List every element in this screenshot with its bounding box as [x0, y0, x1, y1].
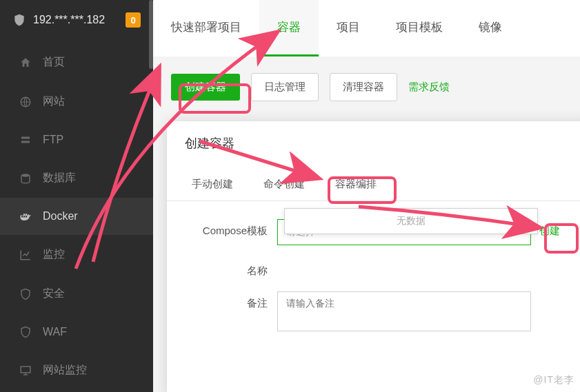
- waf-icon: [19, 326, 32, 338]
- sidebar-nav: 首页 网站 FTP 数据库 Docker 监控 安全 WAF 网站监控: [0, 43, 153, 390]
- compose-label: Compose模板: [167, 219, 277, 238]
- sidebar-item-ftp[interactable]: FTP: [0, 121, 153, 158]
- dialog-tab-compose[interactable]: 容器编排: [320, 168, 392, 200]
- ftp-icon: [19, 134, 32, 146]
- sidebar-item-database[interactable]: 数据库: [0, 158, 153, 198]
- action-row: 创建容器 日志管理 清理容器 需求反馈: [153, 56, 580, 118]
- sidebar-item-label: Docker: [43, 210, 78, 223]
- server-ip: 192.***.***.182: [33, 14, 126, 26]
- compose-dropdown-panel: 无数据: [284, 208, 538, 234]
- database-icon: [19, 172, 32, 185]
- shield-check-icon: [19, 288, 32, 300]
- tab-project[interactable]: 项目: [319, 0, 378, 56]
- create-link[interactable]: 创建: [539, 219, 560, 238]
- chart-icon: [19, 249, 32, 261]
- remark-textarea[interactable]: [277, 291, 531, 331]
- top-tabs: 快速部署项目 容器 项目 项目模板 镜像: [153, 0, 580, 56]
- dialog-tabs: 手动创建 命令创建 容器编排: [167, 168, 580, 201]
- dialog-body: Compose模板 请选择 创建 名称 备注 无数据: [167, 201, 580, 352]
- dialog-tab-command[interactable]: 命令创建: [248, 168, 320, 200]
- tab-container[interactable]: 容器: [259, 0, 319, 56]
- sidebar-item-label: WAF: [43, 326, 67, 338]
- dialog-tab-manual[interactable]: 手动创建: [177, 168, 248, 200]
- monitor-icon: [19, 364, 32, 377]
- sidebar-item-security[interactable]: 安全: [0, 274, 153, 313]
- clean-container-button[interactable]: 清理容器: [330, 73, 397, 101]
- log-manage-button[interactable]: 日志管理: [251, 73, 319, 101]
- tab-template[interactable]: 项目模板: [378, 0, 461, 56]
- tab-quick-deploy[interactable]: 快速部署项目: [153, 0, 259, 56]
- sidebar-item-label: 监控: [43, 247, 65, 262]
- remark-label: 备注: [167, 291, 277, 310]
- name-row: 名称: [167, 259, 580, 278]
- watermark: @IT老李: [533, 374, 574, 386]
- sidebar-item-docker[interactable]: Docker: [0, 198, 153, 235]
- dialog-title: 创建容器: [167, 121, 580, 161]
- sidebar-item-website[interactable]: 网站: [0, 82, 153, 121]
- svg-point-1: [21, 174, 30, 177]
- globe-icon: [19, 96, 32, 108]
- notification-badge[interactable]: 0: [126, 12, 141, 28]
- tab-image[interactable]: 镜像: [461, 0, 520, 56]
- sidebar-item-label: 数据库: [43, 171, 76, 185]
- sidebar: 192.***.***.182 0 首页 网站 FTP 数据库 Docker 监…: [0, 0, 153, 392]
- sidebar-item-monitor[interactable]: 监控: [0, 235, 153, 274]
- docker-icon: [19, 210, 32, 223]
- remark-row: 备注: [167, 291, 580, 331]
- svg-rect-2: [21, 367, 30, 373]
- sidebar-item-site-monitor[interactable]: 网站监控: [0, 351, 153, 390]
- feedback-link[interactable]: 需求反馈: [408, 81, 450, 94]
- sidebar-item-waf[interactable]: WAF: [0, 313, 153, 351]
- sidebar-item-home[interactable]: 首页: [0, 43, 153, 82]
- create-container-dialog: 创建容器 手动创建 命令创建 容器编排 Compose模板 请选择 创建 名称 …: [167, 121, 580, 392]
- sidebar-item-label: 网站监控: [43, 363, 87, 378]
- sidebar-header: 192.***.***.182 0: [0, 0, 153, 40]
- sidebar-item-label: 首页: [43, 55, 65, 70]
- create-container-button[interactable]: 创建容器: [171, 74, 240, 101]
- home-icon: [19, 56, 32, 69]
- name-label: 名称: [167, 259, 277, 278]
- sidebar-item-label: 网站: [43, 94, 65, 109]
- sidebar-item-label: 安全: [43, 287, 65, 301]
- sidebar-item-label: FTP: [43, 134, 63, 146]
- shield-icon: [12, 12, 26, 28]
